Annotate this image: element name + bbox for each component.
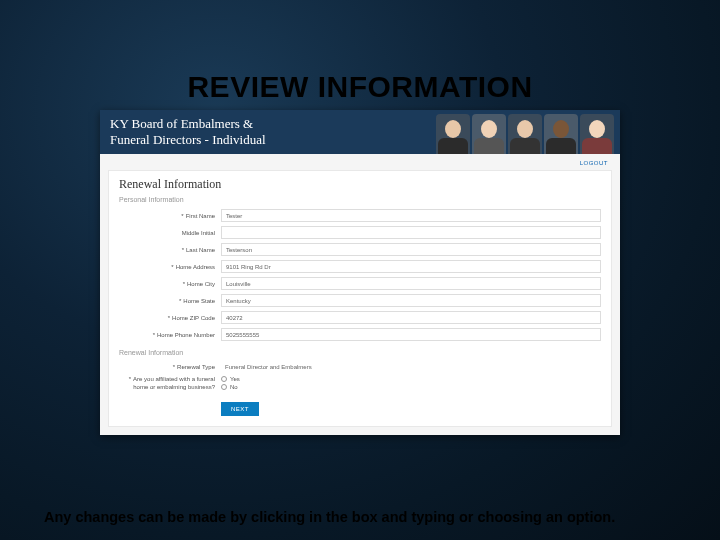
radio-label: No xyxy=(230,384,238,390)
label-home-address: *Home Address xyxy=(119,264,221,270)
header-line1: KY Board of Embalmers & xyxy=(110,116,253,131)
home-state-field[interactable] xyxy=(221,294,601,307)
person-icon xyxy=(436,114,470,154)
row-home-state: *Home State xyxy=(119,294,601,307)
app-header: KY Board of Embalmers & Funeral Director… xyxy=(100,110,620,154)
first-name-field[interactable] xyxy=(221,209,601,222)
app-screenshot: KY Board of Embalmers & Funeral Director… xyxy=(100,110,620,435)
person-icon xyxy=(472,114,506,154)
section-personal: Personal Information xyxy=(119,196,601,203)
header-line2: Funeral Directors - Individual xyxy=(110,132,266,147)
radio-label: Yes xyxy=(230,376,240,382)
label-renewal-type: *Renewal Type xyxy=(119,364,221,370)
row-home-zip: *Home ZIP Code xyxy=(119,311,601,324)
topbar: LOGOUT xyxy=(108,158,612,170)
label-text: Home Address xyxy=(176,264,215,270)
card-title: Renewal Information xyxy=(119,177,601,192)
row-affiliated: *Are you affiliated with a funeral home … xyxy=(119,376,601,392)
next-button[interactable]: NEXT xyxy=(221,402,259,416)
label-home-city: *Home City xyxy=(119,281,221,287)
person-icon xyxy=(580,114,614,154)
label-text: Home State xyxy=(183,298,215,304)
row-renewal-type: *Renewal Type Funeral Director and Embal… xyxy=(119,362,601,372)
section-renewal: Renewal Information xyxy=(119,349,601,356)
home-phone-field[interactable] xyxy=(221,328,601,341)
middle-initial-field[interactable] xyxy=(221,226,601,239)
label-text: Are you affiliated with a funeral home o… xyxy=(133,376,215,390)
radio-icon xyxy=(221,384,227,390)
label-last-name: *Last Name xyxy=(119,247,221,253)
label-text: Renewal Type xyxy=(177,364,215,370)
affiliated-no[interactable]: No xyxy=(221,384,601,390)
row-middle-initial: Middle Initial xyxy=(119,226,601,239)
last-name-field[interactable] xyxy=(221,243,601,256)
slide-caption: Any changes can be made by clicking in t… xyxy=(44,508,676,526)
label-home-state: *Home State xyxy=(119,298,221,304)
affiliated-radio-group: Yes No xyxy=(221,376,601,392)
label-text: Home ZIP Code xyxy=(172,315,215,321)
label-text: Home Phone Number xyxy=(157,332,215,338)
slide-title: REVIEW INFORMATION xyxy=(0,70,720,104)
home-zip-field[interactable] xyxy=(221,311,601,324)
label-text: Middle Initial xyxy=(182,230,215,236)
label-middle-initial: Middle Initial xyxy=(119,230,221,236)
home-city-field[interactable] xyxy=(221,277,601,290)
label-first-name: *First Name xyxy=(119,213,221,219)
row-home-phone: *Home Phone Number xyxy=(119,328,601,341)
person-icon xyxy=(508,114,542,154)
row-last-name: *Last Name xyxy=(119,243,601,256)
person-icon xyxy=(544,114,578,154)
renewal-type-value: Funeral Director and Embalmers xyxy=(221,362,601,372)
row-first-name: *First Name xyxy=(119,209,601,222)
form-card: Renewal Information Personal Information… xyxy=(108,170,612,427)
affiliated-yes[interactable]: Yes xyxy=(221,376,601,382)
row-home-address: *Home Address xyxy=(119,260,601,273)
label-text: First Name xyxy=(186,213,215,219)
label-affiliated: *Are you affiliated with a funeral home … xyxy=(119,376,221,392)
app-header-title: KY Board of Embalmers & Funeral Director… xyxy=(110,116,266,149)
radio-icon xyxy=(221,376,227,382)
label-home-zip: *Home ZIP Code xyxy=(119,315,221,321)
logout-link[interactable]: LOGOUT xyxy=(580,160,608,166)
header-people xyxy=(436,114,614,154)
label-text: Home City xyxy=(187,281,215,287)
label-text: Last Name xyxy=(186,247,215,253)
app-content: LOGOUT Renewal Information Personal Info… xyxy=(100,154,620,435)
home-address-field[interactable] xyxy=(221,260,601,273)
label-home-phone: *Home Phone Number xyxy=(119,332,221,338)
row-home-city: *Home City xyxy=(119,277,601,290)
